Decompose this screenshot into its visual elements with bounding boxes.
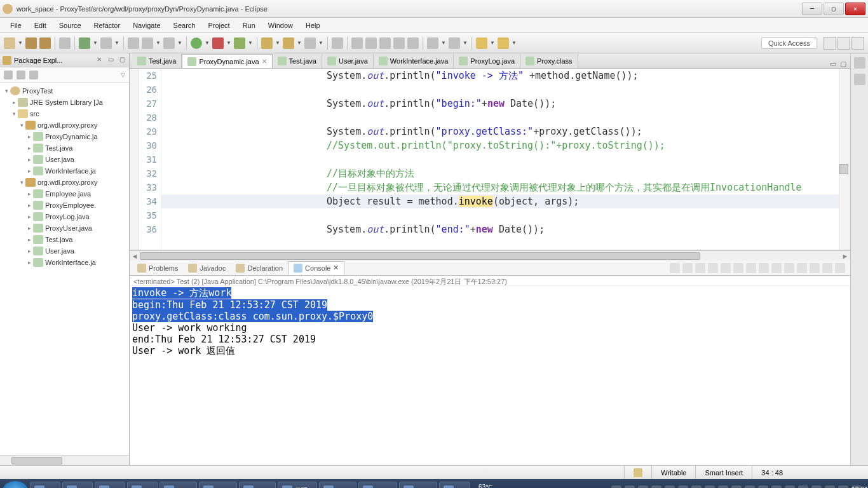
tree-item[interactable]: ▸Test.java: [0, 142, 129, 154]
menu-window[interactable]: Window: [262, 22, 299, 29]
tool-icon[interactable]: [100, 37, 112, 49]
maximize-icon[interactable]: [835, 263, 845, 273]
project-tree[interactable]: ▾ProxyTest▸JRE System Library [Ja▾src▾or…: [0, 83, 129, 455]
minimize-icon[interactable]: [822, 263, 832, 273]
marker-ruler[interactable]: [130, 69, 139, 250]
tree-item[interactable]: ▾src: [0, 108, 129, 119]
task-button[interactable]: [30, 482, 60, 488]
tool-icon[interactable]: [427, 37, 438, 49]
maximize-icon[interactable]: ▢: [118, 56, 126, 65]
tray-icon[interactable]: [838, 485, 848, 488]
pin-icon[interactable]: [784, 263, 794, 273]
tray-icon[interactable]: [625, 485, 635, 488]
view-tab[interactable]: Declaration: [231, 261, 288, 275]
task-button[interactable]: F:\o...: [319, 482, 357, 488]
tool-icon[interactable]: [733, 263, 743, 273]
task-button[interactable]: [62, 482, 93, 488]
view-tab[interactable]: Problems: [132, 261, 183, 275]
tree-item[interactable]: ▸ProxyEmployee.: [0, 200, 129, 211]
tray-icon[interactable]: [718, 485, 728, 488]
run-icon[interactable]: [191, 37, 202, 49]
menu-search[interactable]: Search: [167, 22, 202, 29]
editor-tab[interactable]: User.java: [322, 54, 374, 68]
tool-icon[interactable]: [163, 37, 175, 49]
tool-icon[interactable]: [142, 37, 153, 49]
forward-icon[interactable]: [498, 37, 509, 49]
tray-icon[interactable]: [705, 485, 715, 488]
tray-icon[interactable]: [665, 485, 675, 488]
overview-ruler[interactable]: [839, 69, 850, 250]
tray-icon[interactable]: [731, 485, 742, 488]
dropdown-icon[interactable]: ▼: [226, 40, 231, 46]
back-icon[interactable]: [476, 37, 487, 49]
tray-icon[interactable]: [638, 485, 648, 488]
tree-item[interactable]: ▸WorkInterface.ja: [0, 257, 129, 268]
menu-run[interactable]: Run: [236, 22, 262, 29]
task-button[interactable]: Edit...: [399, 482, 437, 488]
close-icon[interactable]: ✕: [262, 58, 267, 65]
save-all-icon[interactable]: [39, 37, 51, 49]
tree-item[interactable]: ▾org.wdl.proxy.proxy: [0, 177, 129, 188]
tree-item[interactable]: ▾ProxyTest: [0, 85, 129, 97]
tree-item[interactable]: ▸User.java: [0, 154, 129, 165]
code-area[interactable]: System.out.println("invoke -> 方法" +metho…: [161, 69, 839, 250]
dropdown-icon[interactable]: ▼: [18, 40, 23, 46]
menu-project[interactable]: Project: [201, 22, 236, 29]
tool-icon[interactable]: [708, 263, 718, 273]
editor-tab[interactable]: ProxyDynamic.java✕: [182, 54, 272, 68]
tree-item[interactable]: ▸Test.java: [0, 234, 129, 245]
tray-icon[interactable]: [798, 485, 808, 488]
dropdown-icon[interactable]: ▼: [318, 40, 323, 46]
view-menu-icon[interactable]: ▽: [121, 72, 125, 78]
new-icon[interactable]: [4, 37, 15, 49]
start-button[interactable]: [3, 481, 28, 488]
menu-file[interactable]: File: [4, 22, 28, 29]
tray-icon[interactable]: [611, 485, 621, 488]
tool-icon[interactable]: [365, 37, 377, 49]
task-button[interactable]: 360...: [159, 482, 197, 488]
dropdown-icon[interactable]: ▼: [177, 40, 182, 46]
tool-icon[interactable]: [407, 37, 419, 49]
horizontal-scrollbar[interactable]: [0, 455, 129, 465]
tree-item[interactable]: ▸ProxyUser.java: [0, 222, 129, 234]
editor-tab[interactable]: WorkInterface.java: [374, 54, 454, 68]
tree-item[interactable]: ▾org.wdl.proxy.proxy: [0, 119, 129, 131]
wand-icon[interactable]: [332, 37, 343, 49]
tray-icon[interactable]: [811, 485, 822, 488]
perspective-java[interactable]: [837, 37, 850, 50]
task-button[interactable]: [95, 482, 125, 488]
tool-icon[interactable]: [721, 263, 731, 273]
perspective-button[interactable]: [824, 37, 836, 50]
link-editor-icon[interactable]: [17, 71, 25, 79]
minimize-icon[interactable]: ▭: [830, 60, 836, 68]
editor-tab[interactable]: ProxyLog.java: [454, 54, 520, 68]
dropdown-icon[interactable]: ▼: [205, 40, 210, 46]
dropdown-icon[interactable]: ▼: [441, 40, 446, 46]
code-editor[interactable]: 252627282930313233343536 System.out.prin…: [130, 69, 850, 250]
dropdown-icon[interactable]: ▼: [248, 40, 253, 46]
outline-icon[interactable]: [854, 57, 865, 69]
editor-tab[interactable]: Proxy.class: [520, 54, 578, 68]
tree-item[interactable]: ▸WorkInterface.ja: [0, 165, 129, 177]
tray-icon[interactable]: [758, 485, 768, 488]
tree-item[interactable]: ▸Employee.java: [0, 188, 129, 200]
tree-item[interactable]: ▸JRE System Library [Ja: [0, 97, 129, 108]
tool-icon[interactable]: [670, 263, 680, 273]
tool-icon[interactable]: [759, 263, 769, 273]
new-class-icon[interactable]: [283, 37, 294, 49]
tray-icon[interactable]: [825, 485, 835, 488]
task-button[interactable]: XMi...: [199, 482, 237, 488]
dropdown-icon[interactable]: ▼: [490, 40, 495, 46]
view-tab[interactable]: Console ✕: [288, 261, 344, 275]
minimize-icon[interactable]: ▭: [106, 56, 115, 65]
stop-icon[interactable]: [212, 37, 224, 49]
dropdown-icon[interactable]: ▼: [93, 40, 98, 46]
task-button[interactable]: 代理...: [278, 482, 317, 488]
menu-help[interactable]: Help: [299, 22, 327, 29]
menu-navigate[interactable]: Navigate: [126, 22, 166, 29]
editor-tab[interactable]: Test.java: [273, 54, 322, 68]
tool-icon[interactable]: [379, 37, 391, 49]
debug-icon[interactable]: [79, 37, 90, 49]
collapse-all-icon[interactable]: [4, 71, 13, 79]
tray-icon[interactable]: [785, 485, 795, 488]
